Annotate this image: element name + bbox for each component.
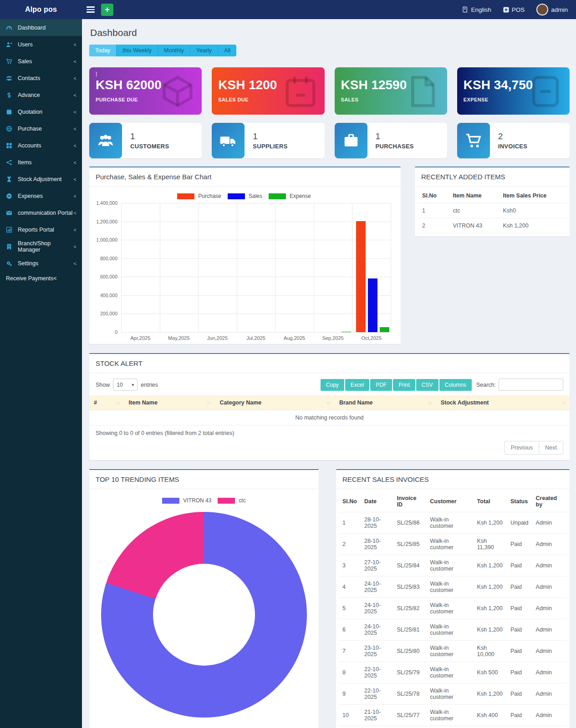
legend-item-ctc[interactable]: ctc [218,497,245,504]
sidebar-item-label: Sales [18,58,74,65]
legend-item-expense[interactable]: Expense [269,193,311,199]
excel-export-button[interactable]: Excel [345,379,369,391]
empty-table-message: No matching records found [89,410,570,425]
sidebar-item-reports-portal[interactable]: Reports Portal< [0,221,82,238]
sortable-column-header[interactable]: #↑↓ [89,395,124,410]
columns-export-button[interactable]: Columns [439,379,472,391]
table-cell: 6 [339,619,361,641]
sortable-column-header[interactable]: Item Name↑↓ [124,395,215,410]
count-value: 2 [498,131,528,142]
legend-item-vitron-43[interactable]: VITRON 43 [162,497,211,504]
pos-menu[interactable]: POS [503,6,525,13]
sidebar-item-users[interactable]: Users< [0,36,82,53]
sidebar-item-contacts[interactable]: Contacts< [0,70,82,86]
table-cell: Walk-in customer [426,662,473,683]
stat-card-sales-due[interactable]: KSH 1200SALES DUE [212,67,324,115]
table-cell: Ksh 500 [474,662,507,683]
sidebar-item-sales[interactable]: Sales< [0,53,82,70]
count-card-purchases[interactable]: 1PURCHASES [335,123,447,158]
sidebar-item-accounts[interactable]: Accounts< [0,137,82,154]
sidebar-item-advance[interactable]: Advance< [0,86,82,103]
sidebar-item-dashboard[interactable]: Dashboard [0,19,82,36]
legend-item-sales[interactable]: Sales [228,193,262,199]
hamburger-menu-icon[interactable] [87,6,95,13]
stock-alert-table: #↑↓Item Name↑↓Category Name↑↓Brand Name↑… [89,395,570,425]
table-cell: Paid [507,555,532,576]
tab-yearly[interactable]: Yearly [190,45,218,56]
user-menu[interactable]: admin [536,4,568,15]
app-brand[interactable]: Alpo pos [0,5,82,14]
sidebar-item-stock-adjustment[interactable]: Stock Adjustment< [0,171,82,187]
table-cell: Ksh 1,200 [474,555,507,576]
count-card-customers[interactable]: 1CUSTOMERS [89,123,202,158]
legend-swatch [269,193,286,199]
print-export-button[interactable]: Print [393,379,415,391]
tab-all[interactable]: All [218,45,236,56]
table-cell: Admin [532,705,567,726]
sort-icon: ↑↓ [207,400,211,405]
table-cell: Paid [507,598,532,619]
sidebar-item-settings[interactable]: Settings< [0,255,82,272]
period-tabs: Todaythis WeeklyMonthlyYearlyAll [89,45,236,56]
sidebar-item-receive-payments[interactable]: Receive Payments< [0,272,82,285]
table-cell: Ksh 1,200 [474,576,507,598]
table-cell: Ksh 1,200 [474,598,507,619]
sidebar-item-label: Expenses [18,193,74,199]
gridline [160,203,160,332]
x-axis-tick: Jun,2025 [198,332,237,341]
tab-this-weekly[interactable]: this Weekly [117,45,158,56]
stat-card-purchase-due[interactable]: ]KSH 62000PURCHASE DUE [89,67,202,115]
previous-page-button[interactable]: Previous [505,441,539,455]
stat-card-sales[interactable]: KSH 12590SALES [335,67,447,115]
gridline [237,203,237,332]
gridline [121,240,391,240]
recent-invoices-card: RECENT SALES INVOICES Sl.NoDateInvoice I… [336,469,570,728]
table-cell: 3 [339,555,361,576]
page-size-select[interactable]: 10▾ [113,379,138,391]
tab-monthly[interactable]: Monthly [158,45,190,56]
sidebar-item-communication-portal[interactable]: communication Portal< [0,204,82,221]
sortable-column-header[interactable]: Stock Adjustment↑↓ [436,395,570,410]
chevron-down-icon: ▾ [132,382,134,387]
table-cell: Ksh 11,390 [474,534,507,555]
language-menu[interactable]: English [462,6,491,13]
table-row: 1ctcKsh0 [418,203,567,218]
quick-add-button[interactable]: + [101,4,113,16]
recently-added-title: RECENTLY ADDED ITEMS [415,167,570,187]
table-cell: Admin [532,534,567,555]
sidebar-item-label: Items [18,159,74,166]
csv-export-button[interactable]: CSV [416,379,438,391]
stat-card-expense[interactable]: KSH 34,750EXPENSE [457,67,570,115]
next-page-button[interactable]: Next [539,441,563,455]
building-icon [6,243,18,250]
pdf-export-button[interactable]: PDF [370,379,392,391]
legend-swatch [218,498,235,504]
table-cell: Unpaid [507,512,532,534]
sidebar-item-label: Branch/Shop Manager [18,240,74,253]
customers-icon [89,123,122,158]
tab-today[interactable]: Today [89,45,117,56]
table-cell: Walk-in customer [426,705,473,726]
count-value: 1 [376,131,414,142]
sidebar-item-quotation[interactable]: Quotation< [0,103,82,120]
sort-icon: ↑↓ [561,400,565,405]
sidebar-item-label: Reports Portal [18,227,74,233]
count-card-invoices[interactable]: 2INVOICES [457,123,570,158]
hourglass-icon [6,176,18,182]
sortable-column-header[interactable]: Category Name↑↓ [215,395,335,410]
sidebar-item-items[interactable]: Items< [0,154,82,171]
bar-purchase-Oct,2025 [356,221,366,332]
table-row: 2VITRON 43Ksh 1,200 [418,218,567,233]
table-cell: 5 [339,598,361,619]
search-input[interactable] [499,379,563,391]
gridline [121,277,391,277]
sidebar-item-branch-shop-manager[interactable]: Branch/Shop Manager< [0,238,82,255]
sidebar-item-purchase[interactable]: Purchase< [0,120,82,137]
sidebar-item-label: Settings [18,260,74,267]
sortable-column-header[interactable]: Brand Name↑↓ [335,395,436,410]
sidebar-item-expenses[interactable]: Expenses< [0,187,82,204]
copy-export-button[interactable]: Copy [321,379,344,391]
count-card-suppliers[interactable]: 1SUPPLIERS [212,123,324,158]
legend-item-purchase[interactable]: Purchase [177,193,221,199]
donut-chart [101,512,307,718]
